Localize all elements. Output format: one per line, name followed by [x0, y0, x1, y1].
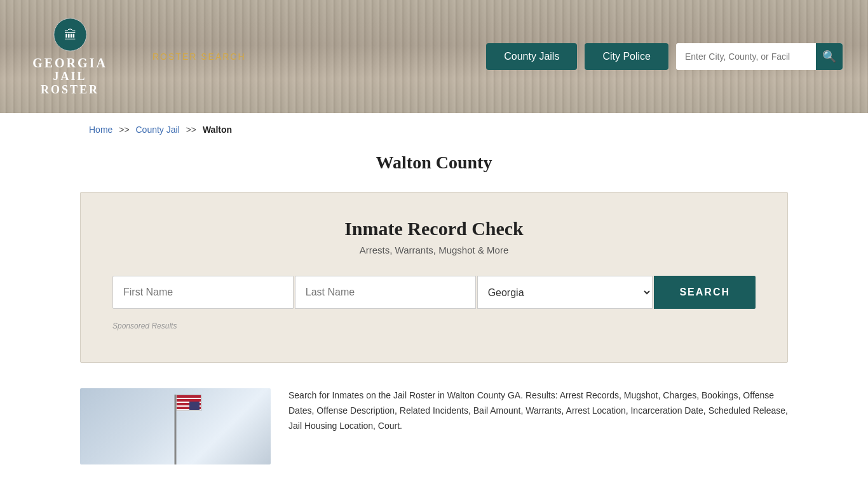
- search-icon: 🔍: [822, 50, 836, 64]
- record-check-title: Inmate Record Check: [112, 218, 756, 240]
- page-title: Walton County: [0, 152, 868, 173]
- breadcrumb-sep-2: >>: [186, 125, 196, 135]
- us-flag: [176, 395, 201, 411]
- county-jails-button[interactable]: County Jails: [486, 43, 577, 70]
- header-search-button[interactable]: 🔍: [816, 43, 843, 70]
- logo-jail: JAIL: [53, 70, 86, 83]
- flag-canton: [189, 402, 200, 410]
- state-select[interactable]: Georgia: [477, 276, 653, 309]
- roster-search-link[interactable]: ROSTER SEARCH: [153, 51, 246, 62]
- logo-roster: ROSTER: [41, 83, 99, 97]
- breadcrumb-sep-1: >>: [119, 125, 129, 135]
- site-logo[interactable]: 🏛 GEORGIA JAIL ROSTER: [25, 17, 114, 97]
- svg-text:🏛: 🏛: [64, 27, 76, 41]
- georgia-state-icon: 🏛: [53, 17, 88, 52]
- breadcrumb-county-jail[interactable]: County Jail: [136, 125, 180, 135]
- last-name-input[interactable]: [295, 276, 476, 309]
- header-search-bar: 🔍: [676, 43, 843, 70]
- header-content: 🏛 GEORGIA JAIL ROSTER ROSTER SEARCH Coun…: [0, 0, 868, 113]
- header-search-input[interactable]: [676, 43, 816, 70]
- first-name-input[interactable]: [112, 276, 294, 309]
- breadcrumb: Home >> County Jail >> Walton: [0, 113, 868, 146]
- breadcrumb-home[interactable]: Home: [89, 125, 112, 135]
- header-navigation: County Jails City Police 🔍: [486, 43, 843, 70]
- logo-georgia: GEORGIA: [32, 56, 107, 70]
- page-header: 🏛 GEORGIA JAIL ROSTER ROSTER SEARCH Coun…: [0, 0, 868, 113]
- page-title-area: Walton County: [0, 146, 868, 192]
- city-police-button[interactable]: City Police: [585, 43, 668, 70]
- sponsored-label: Sponsored Results: [112, 322, 756, 330]
- bottom-description: Search for Inmates on the Jail Roster in…: [288, 388, 788, 433]
- breadcrumb-current: Walton: [203, 125, 232, 135]
- bottom-image: [80, 388, 271, 464]
- bottom-section: Search for Inmates on the Jail Roster in…: [0, 369, 868, 484]
- record-search-button[interactable]: SEARCH: [654, 276, 756, 309]
- inmate-record-check-box: Inmate Record Check Arrests, Warrants, M…: [80, 192, 788, 363]
- record-check-subtitle: Arrests, Warrants, Mugshot & More: [112, 245, 756, 255]
- record-search-row: Georgia SEARCH: [112, 276, 756, 309]
